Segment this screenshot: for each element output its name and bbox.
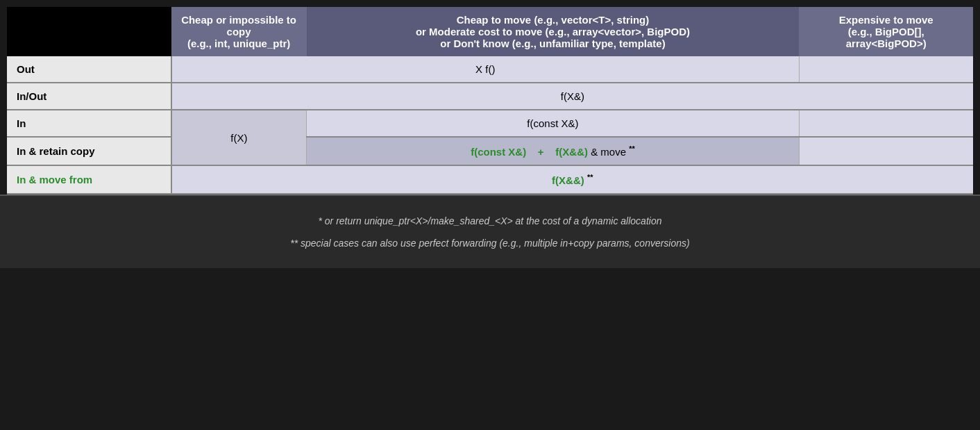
header-cheap-bold: Cheap or impossible to copy	[181, 14, 296, 38]
table-wrapper: Cheap or impossible to copy (e.g., int, …	[0, 0, 980, 195]
header-moderate-bold1: Cheap to move	[457, 14, 532, 26]
retain-move-text: & move	[591, 146, 626, 158]
cell-in-cheap: f(X)	[171, 110, 307, 165]
note-line-1: * or return unique_ptr<X>/make_shared_<X…	[21, 210, 959, 232]
cell-in-moderate: f(const X&)	[307, 110, 800, 137]
table-section: Cheap or impossible to copy (e.g., int, …	[0, 0, 980, 196]
table-row: In & move from f(X&&) **	[7, 165, 973, 194]
header-moderate: Cheap to move (e.g., vector<T>, string) …	[307, 7, 800, 56]
header-expensive-example: (e.g., BigPOD[], array<BigPOD>)	[846, 26, 927, 49]
movefrom-superscript: **	[587, 173, 593, 181]
cell-out-main: X f()	[171, 56, 800, 83]
header-moderate-bold2: Moderate cost to move	[429, 26, 542, 38]
header-moderate-bold3: Don't know	[453, 38, 509, 49]
header-moderate-example1: (e.g., vector<T>, string)	[534, 14, 649, 26]
header-moderate-or2: or	[440, 38, 453, 49]
row-label-retain: In & retain copy	[7, 137, 171, 165]
header-cheap: Cheap or impossible to copy (e.g., int, …	[171, 7, 307, 56]
table-row: In f(X) f(const X&)	[7, 110, 973, 137]
header-moderate-example3: (e.g., unfamiliar type, template)	[512, 38, 666, 49]
cell-in-expensive	[799, 110, 973, 137]
header-cheap-example: (e.g., int, unique_ptr)	[187, 38, 290, 49]
retain-green-text: f(const X&) + f(X&&)	[471, 146, 588, 158]
header-moderate-example2: (e.g., array<vector>, BigPOD)	[546, 26, 690, 38]
main-container: Cheap or impossible to copy (e.g., int, …	[0, 0, 980, 268]
table-row: In & retain copy f(const X&) + f(X&&) & …	[7, 137, 973, 165]
cell-inout-main: f(X&)	[171, 83, 973, 110]
cell-movefrom-main: f(X&&) **	[171, 165, 973, 194]
retain-superscript: **	[629, 144, 635, 153]
row-label-in: In	[7, 110, 171, 137]
header-moderate-or1: or	[416, 26, 429, 38]
cell-retain-moderate: f(const X&) + f(X&&) & move **	[307, 137, 800, 165]
table-row: In/Out f(X&)	[7, 83, 973, 110]
header-expensive: Expensive to move (e.g., BigPOD[], array…	[799, 7, 973, 56]
row-label-out: Out	[7, 56, 171, 83]
cell-retain-expensive	[799, 137, 973, 165]
note-line-2: ** special cases can also use perfect fo…	[21, 232, 959, 254]
cell-out-expensive	[799, 56, 973, 83]
row-label-movefrom: In & move from	[7, 165, 171, 194]
header-empty	[7, 7, 171, 56]
header-expensive-bold: Expensive to move	[839, 14, 933, 26]
table-row: Out X f()	[7, 56, 973, 83]
row-label-inout: In/Out	[7, 83, 171, 110]
main-table: Cheap or impossible to copy (e.g., int, …	[7, 7, 973, 195]
notes-section: * or return unique_ptr<X>/make_shared_<X…	[0, 196, 980, 268]
movefrom-green-text: f(X&&)	[552, 174, 584, 186]
